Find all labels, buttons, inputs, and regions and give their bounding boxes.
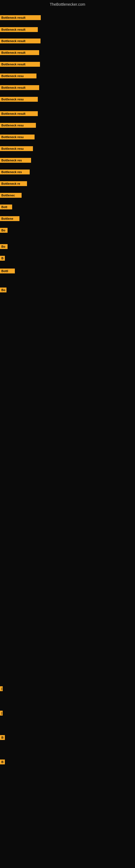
- bottleneck-badge: B: [0, 256, 5, 261]
- bottleneck-badge: Bottlenec: [0, 193, 21, 198]
- site-title: TheBottlenecker.com: [50, 2, 85, 6]
- bottleneck-badge: Bottleneck result: [0, 62, 40, 67]
- bottleneck-badge: Bottleneck res: [0, 169, 30, 175]
- bottleneck-badge: |: [0, 686, 3, 691]
- bottleneck-badge: Bottleneck resu: [0, 123, 36, 128]
- bottleneck-badge: Bottleneck resu: [0, 97, 38, 102]
- bottleneck-badge: Bottleneck result: [0, 50, 39, 55]
- bottleneck-badge: Bottleneck res: [0, 158, 31, 163]
- bottleneck-badge: Bo: [0, 287, 6, 292]
- bottleneck-badge: Bottleneck result: [0, 85, 39, 90]
- bottleneck-badge: Bottleneck resu: [0, 134, 35, 140]
- bottleneck-badge: Bottleneck resu: [0, 146, 33, 151]
- bottleneck-badge: Bottleneck result: [0, 111, 38, 116]
- bottleneck-badge: Bottlene: [0, 216, 19, 221]
- bottleneck-badge: Bottleneck result: [0, 15, 41, 20]
- bottleneck-badge: Bottleneck re: [0, 181, 27, 186]
- bottleneck-badge: Bottleneck resu: [0, 73, 37, 79]
- bottleneck-badge: Bo: [0, 244, 8, 249]
- bottleneck-badge: Bo: [0, 228, 8, 233]
- bottleneck-badge: Bottleneck result: [0, 38, 41, 43]
- bottleneck-badge: Bottl: [0, 269, 15, 273]
- bottleneck-badge: B: [0, 760, 5, 764]
- bottleneck-badge: Bottleneck result: [0, 27, 38, 32]
- bottleneck-badge: |: [0, 711, 3, 716]
- bottleneck-badge: Bott: [0, 205, 12, 209]
- bottleneck-badge: B: [0, 735, 5, 740]
